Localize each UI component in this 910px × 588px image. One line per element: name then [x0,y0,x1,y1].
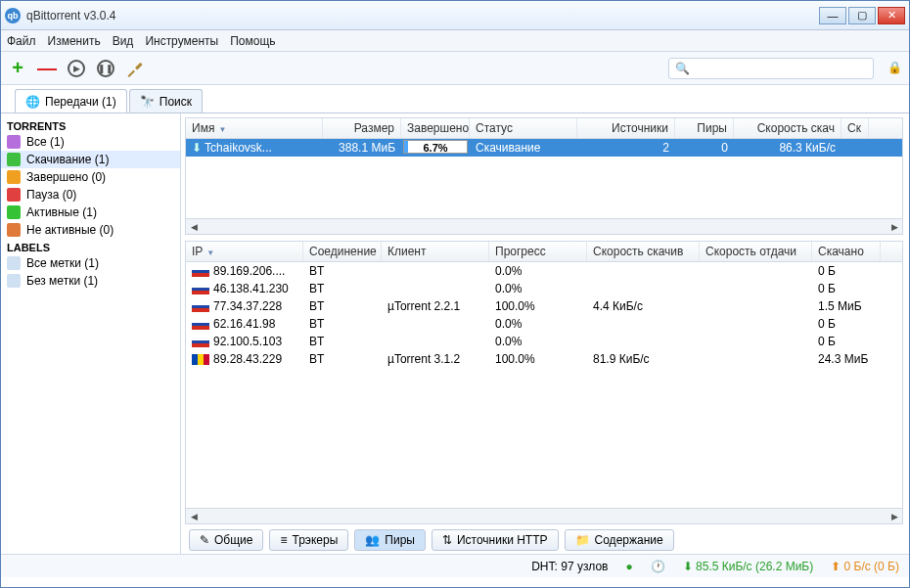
close-button[interactable]: ✕ [878,7,905,24]
scroll-right-icon[interactable]: ▶ [887,219,902,235]
sidebar-filter-item[interactable]: Не активные (0) [1,221,180,239]
pencil-icon: ✎ [200,533,209,547]
dht-status: DHT: 97 узлов [531,560,608,573]
folder-icon [7,274,21,288]
users-icon: 👥 [365,533,380,547]
window-titlebar: qb qBittorrent v3.0.4 — ▢ ✕ [1,1,909,30]
connection-icon: ● [625,560,632,573]
remove-torrent-button[interactable]: — [36,58,58,79]
pause-button[interactable]: ❚❚ [95,58,116,79]
sidebar-item-label: Все метки (1) [26,256,99,270]
tab-general[interactable]: ✎Общие [189,529,263,551]
window-title: qBittorrent v3.0.4 [26,9,819,23]
tab-peers[interactable]: 👥Пиры [354,529,426,551]
sidebar-item-label: Активные (1) [26,205,97,219]
sidebar-item-label: Не активные (0) [26,223,114,237]
sidebar-filter-item[interactable]: Завершено (0) [1,168,180,186]
sidebar-item-label: Без метки (1) [26,274,98,288]
flag-icon [192,284,209,294]
search-box[interactable]: 🔍 [668,58,874,79]
torrent-row[interactable]: ⬇ Tchaikovsk...388.1 МиБ6.7%Скачивание20… [186,139,902,157]
th-status[interactable]: Статус [470,118,577,138]
peer-hscrollbar[interactable]: ◀ ▶ [186,508,902,523]
download-speed-status: ⬇ 85.5 КиБ/с (26.2 МиБ) [683,560,814,573]
peer-row[interactable]: 92.100.5.103BT0.0%0 Б [186,333,902,350]
status-bar: DHT: 97 узлов ● 🕐 ⬇ 85.5 КиБ/с (26.2 МиБ… [1,554,909,577]
menu-edit[interactable]: Изменить [48,34,101,48]
lock-icon[interactable]: 🔒 [887,61,903,76]
add-torrent-button[interactable]: + [7,58,28,79]
list-icon: ≡ [280,533,287,547]
filter-icon [7,135,21,149]
search-input[interactable] [696,62,867,75]
folder-icon [7,256,21,270]
detail-tabstrip: ✎Общие ≡Трэкеры 👥Пиры ⇅Источники HTTP 📁С… [181,526,909,554]
menu-view[interactable]: Вид [113,34,134,48]
speed-icon: 🕐 [651,560,665,573]
scroll-left-icon[interactable]: ◀ [186,509,202,524]
sidebar-header-torrents: Torrents [1,117,180,133]
download-icon: ⬇ [192,141,202,155]
peer-row[interactable]: 89.169.206....BT0.0%0 Б [186,262,902,280]
scroll-left-icon[interactable]: ◀ [186,219,202,235]
th-prog[interactable]: Прогресс [489,242,587,261]
sidebar: Torrents Все (1)Скачивание (1)Завершено … [1,113,181,554]
th-peers[interactable]: Пиры [675,118,734,138]
tab-transfers[interactable]: 🌐 Передачи (1) [15,89,127,113]
th-conn[interactable]: Соединение [303,242,382,261]
th-sk[interactable]: Ск [842,118,869,138]
globe-icon: 🌐 [25,95,40,109]
menu-file[interactable]: Файл [7,34,36,48]
sidebar-filter-item[interactable]: Все (1) [1,133,180,151]
th-ip[interactable]: IP [186,242,303,261]
sidebar-filter-item[interactable]: Скачивание (1) [1,151,180,168]
filter-icon [7,188,21,202]
sidebar-item-label: Завершено (0) [26,170,106,184]
th-size[interactable]: Размер [323,118,401,138]
menu-help[interactable]: Помощь [230,34,275,48]
folder-icon: 📁 [575,533,590,547]
tab-transfers-label: Передачи (1) [45,95,116,109]
scroll-right-icon[interactable]: ▶ [887,509,902,524]
sidebar-item-label: Пауза (0) [26,188,76,202]
flag-icon [192,354,209,365]
sidebar-filter-item[interactable]: Активные (1) [1,204,180,221]
flag-icon [192,337,209,347]
toolbar: + — ▶ ❚❚ 🔍 🔒 [1,52,909,85]
tab-trackers[interactable]: ≡Трэкеры [269,529,348,551]
peer-row[interactable]: 77.34.37.228BTµTorrent 2.2.1100.0%4.4 Ки… [186,297,902,315]
th-peer-uspeed[interactable]: Скорость отдачи [700,242,812,261]
main-tabstrip: 🌐 Передачи (1) 🔭 Поиск [1,85,909,113]
menu-tools[interactable]: Инструменты [145,34,218,48]
sidebar-label-item[interactable]: Все метки (1) [1,254,180,272]
sidebar-label-item[interactable]: Без метки (1) [1,272,180,290]
th-peer-dl[interactable]: Скачано [812,242,881,261]
upload-speed-status: ⬆ 0 Б/с (0 Б) [831,560,899,573]
peer-row[interactable]: 62.16.41.98BT0.0%0 Б [186,315,902,333]
torrent-hscrollbar[interactable]: ◀ ▶ [186,218,902,234]
th-name[interactable]: Имя [186,118,323,138]
tab-content[interactable]: 📁Содержание [565,529,674,551]
th-peer-dspeed[interactable]: Скорость скачив [587,242,700,261]
filter-icon [7,153,21,166]
th-sources[interactable]: Источники [577,118,675,138]
tab-http-sources[interactable]: ⇅Источники HTTP [432,529,559,551]
tab-search-label: Поиск [159,95,192,109]
peer-row[interactable]: 46.138.41.230BT0.0%0 Б [186,280,902,297]
th-dspeed[interactable]: Скорость скач [734,118,842,138]
minimize-button[interactable]: — [819,7,846,24]
sidebar-item-label: Скачивание (1) [26,153,109,166]
maximize-button[interactable]: ▢ [848,7,876,24]
sidebar-filter-item[interactable]: Пауза (0) [1,186,180,204]
wrench-icon [126,60,144,77]
menu-bar: Файл Изменить Вид Инструменты Помощь [1,30,909,52]
resume-button[interactable]: ▶ [66,58,87,79]
peer-row[interactable]: 89.28.43.229BTµTorrent 3.1.2100.0%81.9 К… [186,350,902,368]
th-client[interactable]: Клиент [382,242,489,261]
preferences-button[interactable] [124,58,146,79]
sidebar-header-labels: Labels [1,239,180,254]
flag-icon [192,319,209,330]
th-done[interactable]: Завершено [401,118,470,138]
tab-search[interactable]: 🔭 Поиск [129,89,203,113]
torrent-table: Имя Размер Завершено Статус Источники Пи… [185,117,903,235]
